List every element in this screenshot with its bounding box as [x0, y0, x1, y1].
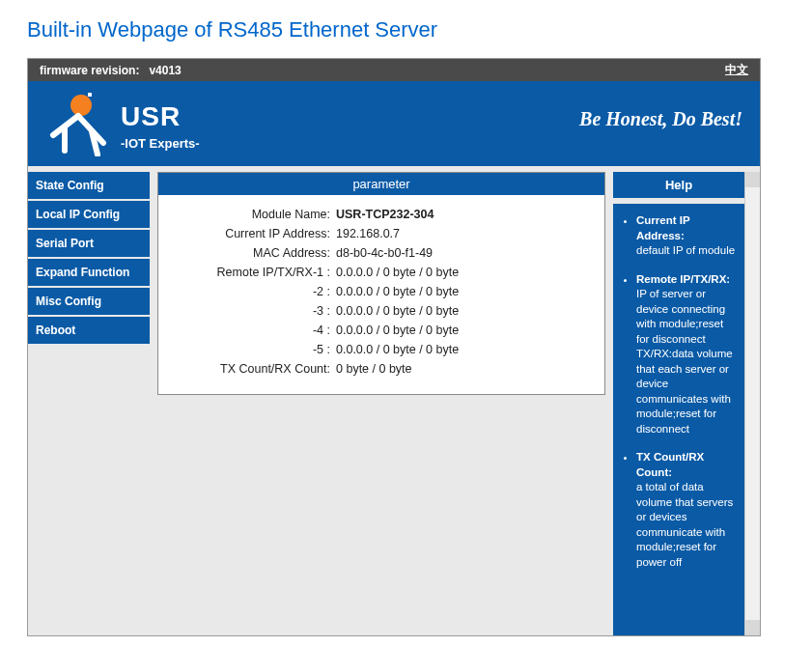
label-remote-5: -5 : — [172, 343, 336, 356]
label-remote-4: -4 : — [172, 324, 336, 337]
firmware-label: firmware revision: — [40, 64, 139, 77]
help-heading: Help — [613, 172, 744, 204]
sidebar-item-local-ip-config[interactable]: Local IP Config — [28, 201, 150, 228]
firmware-revision: firmware revision: v4013 — [40, 64, 182, 77]
help-item-current-ip: Current IP Address: default IP of module — [636, 213, 737, 259]
help-panel: Help Current IP Address: default IP of m… — [613, 172, 744, 635]
page-title: Built-in Webpage of RS485 Ethernet Serve… — [0, 0, 812, 58]
value-mac-address: d8-b0-4c-b0-f1-49 — [336, 246, 591, 260]
value-current-ip: 192.168.0.7 — [336, 227, 591, 240]
brand-subtitle: -IOT Experts- — [121, 136, 200, 151]
brand-slogan: Be Honest, Do Best! — [579, 108, 742, 130]
value-remote-3: 0.0.0.0 / 0 byte / 0 byte — [336, 304, 591, 318]
label-remote-1: Remote IP/TX/RX-1 : — [172, 266, 336, 279]
sidebar: State Config Local IP Config Serial Port… — [28, 172, 150, 635]
row-remote-1: Remote IP/TX/RX-1 : 0.0.0.0 / 0 byte / 0… — [172, 263, 591, 282]
label-module-name: Module Name: — [172, 208, 336, 221]
help-title-2: TX Count/RX Count: — [636, 451, 704, 478]
row-remote-3: -3 : 0.0.0.0 / 0 byte / 0 byte — [172, 301, 591, 321]
label-current-ip: Current IP Address: — [172, 227, 336, 240]
usr-logo-icon — [49, 95, 107, 156]
value-tx-rx-count: 0 byte / 0 byte — [336, 362, 591, 376]
row-current-ip: Current IP Address: 192.168.0.7 — [172, 224, 591, 243]
row-remote-4: -4 : 0.0.0.0 / 0 byte / 0 byte — [172, 321, 591, 340]
parameter-card: parameter Module Name: USR-TCP232-304 Cu… — [157, 172, 605, 395]
layout: State Config Local IP Config Serial Port… — [28, 166, 760, 635]
device-webpage-frame: firmware revision: v4013 中文 USR -IOT Exp… — [27, 58, 761, 636]
topbar: firmware revision: v4013 中文 — [28, 59, 760, 81]
value-remote-4: 0.0.0.0 / 0 byte / 0 byte — [336, 324, 591, 337]
row-tx-rx-count: TX Count/RX Count: 0 byte / 0 byte — [172, 359, 591, 379]
label-tx-rx-count: TX Count/RX Count: — [172, 362, 336, 376]
value-module-name: USR-TCP232-304 — [336, 208, 591, 221]
label-remote-3: -3 : — [172, 304, 336, 318]
help-body: Current IP Address: default IP of module… — [613, 204, 744, 593]
help-body-2: a total of data volume that servers or d… — [636, 481, 733, 568]
brand-name: USR — [121, 101, 200, 132]
value-remote-2: 0.0.0.0 / 0 byte / 0 byte — [336, 285, 591, 298]
scrollbar[interactable] — [744, 172, 760, 635]
parameter-body: Module Name: USR-TCP232-304 Current IP A… — [158, 195, 604, 394]
label-remote-2: -2 : — [172, 285, 336, 298]
help-item-remote-ip: Remote IP/TX/RX: IP of server or device … — [636, 272, 737, 437]
row-remote-2: -2 : 0.0.0.0 / 0 byte / 0 byte — [172, 282, 591, 301]
help-title-0: Current IP Address: — [636, 214, 689, 241]
sidebar-item-expand-function[interactable]: Expand Function — [28, 259, 150, 286]
sidebar-item-serial-port[interactable]: Serial Port — [28, 230, 150, 257]
help-item-tx-rx-count: TX Count/RX Count: a total of data volum… — [636, 450, 737, 570]
brand-block: USR -IOT Experts- — [38, 95, 200, 156]
sidebar-item-misc-config[interactable]: Misc Config — [28, 288, 150, 315]
label-mac-address: MAC Address: — [172, 246, 336, 260]
value-remote-1: 0.0.0.0 / 0 byte / 0 byte — [336, 266, 591, 279]
help-body-1: IP of server or device connecting with m… — [636, 288, 733, 435]
help-title-1: Remote IP/TX/RX: — [636, 273, 730, 285]
parameter-heading: parameter — [158, 173, 604, 195]
row-module-name: Module Name: USR-TCP232-304 — [172, 205, 591, 224]
help-body-0: default IP of module — [636, 244, 735, 256]
firmware-value: v4013 — [149, 64, 181, 77]
value-remote-5: 0.0.0.0 / 0 byte / 0 byte — [336, 343, 591, 356]
banner: USR -IOT Experts- Be Honest, Do Best! — [28, 81, 760, 166]
language-link[interactable]: 中文 — [725, 62, 748, 78]
row-remote-5: -5 : 0.0.0.0 / 0 byte / 0 byte — [172, 340, 591, 359]
sidebar-item-state-config[interactable]: State Config — [28, 172, 150, 199]
sidebar-item-reboot[interactable]: Reboot — [28, 317, 150, 344]
row-mac-address: MAC Address: d8-b0-4c-b0-f1-49 — [172, 243, 591, 263]
main-panel: parameter Module Name: USR-TCP232-304 Cu… — [150, 172, 613, 635]
